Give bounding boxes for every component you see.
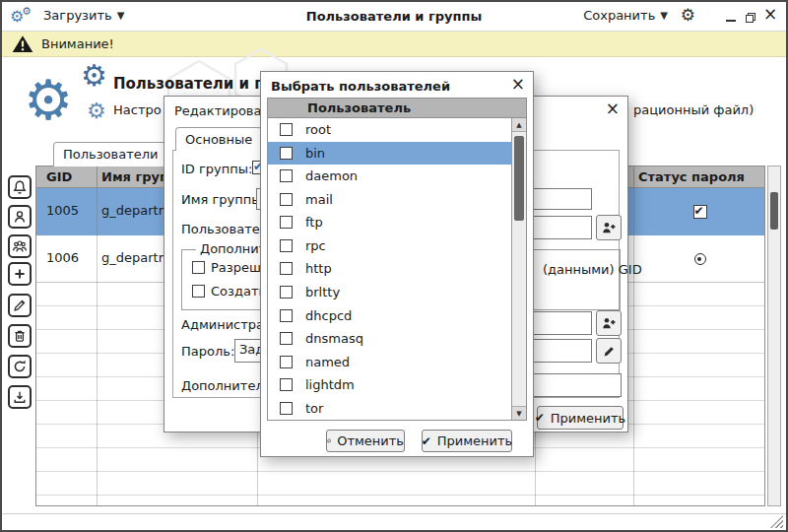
chevron-down-icon: ▼ — [660, 11, 668, 21]
close-button[interactable]: × — [762, 6, 778, 22]
user-checkbox[interactable] — [280, 216, 293, 229]
load-label: Загрузить — [43, 8, 112, 23]
pencil-icon — [12, 298, 28, 313]
user-name: dnsmasq — [305, 331, 363, 346]
app-gears-icon: ⚙ ⚙ — [10, 7, 39, 29]
user-row[interactable]: mail — [268, 188, 511, 212]
tab-basic[interactable]: Основные — [175, 127, 262, 151]
user-name: http — [305, 261, 332, 276]
user-row[interactable]: http — [268, 257, 511, 281]
column-divider — [633, 166, 634, 187]
user-name: lightdm — [305, 377, 355, 392]
refresh-icon — [12, 359, 28, 374]
cell-name: g_departm — [101, 203, 170, 218]
page-title: Пользователи и гру — [113, 75, 283, 93]
user-row[interactable]: ftp — [268, 211, 511, 234]
apply-button[interactable]: ✔ Применить — [537, 406, 624, 430]
user-checkbox[interactable] — [280, 402, 293, 415]
scroll-up-icon[interactable]: ▲ — [512, 118, 526, 132]
user-checkbox[interactable] — [280, 356, 293, 368]
select-users-dialog: Выбрать пользователей × Пользователь roo… — [260, 71, 534, 457]
user-row[interactable]: daemon — [268, 165, 511, 188]
allow-checkbox[interactable] — [192, 261, 205, 274]
user-row[interactable]: named — [268, 350, 511, 373]
settings-gear-icon[interactable]: ⚙ — [681, 7, 695, 24]
user-checkbox[interactable] — [280, 262, 293, 275]
scrollbar-thumb[interactable] — [514, 136, 524, 221]
user-icon — [12, 209, 28, 225]
table-scrollbar[interactable] — [767, 166, 781, 506]
user-checkbox[interactable] — [280, 239, 293, 252]
load-menu-button[interactable]: Загрузить ▼ — [43, 8, 124, 23]
user-row[interactable]: tor — [268, 396, 511, 420]
toolbar-refresh-button[interactable] — [8, 355, 32, 378]
toolbar-save-button[interactable] — [8, 385, 32, 409]
resize-grip[interactable] — [770, 515, 783, 528]
list-scrollbar[interactable]: ▲ ▼ — [511, 118, 526, 420]
scrollbar-thumb[interactable] — [770, 192, 778, 230]
apply-check-icon: ✔ — [535, 412, 545, 424]
add-users-button[interactable] — [596, 215, 622, 240]
user-name: tor — [305, 401, 323, 416]
save-label: Сохранить — [583, 8, 655, 23]
user-checkbox[interactable] — [280, 193, 293, 206]
toolbar-edit-button[interactable] — [8, 294, 32, 317]
user-checkbox[interactable] — [280, 123, 293, 136]
user-row[interactable]: brltty — [268, 281, 511, 304]
user-row[interactable]: rpc — [268, 234, 511, 258]
password-status-radio[interactable] — [694, 253, 706, 265]
create-checkbox[interactable] — [192, 285, 205, 298]
user-checkbox[interactable] — [280, 332, 293, 345]
restore-icon — [745, 12, 756, 24]
plus-icon — [12, 266, 28, 282]
user-checkbox[interactable] — [280, 309, 293, 322]
user-row[interactable]: lightdm — [268, 373, 511, 397]
save-menu-button[interactable]: Сохранить ▼ — [583, 8, 668, 23]
page-subtitle-left: Настро — [113, 102, 162, 117]
users-group-icon — [12, 238, 28, 254]
user-row[interactable]: root — [268, 118, 511, 142]
minimize-button[interactable] — [723, 10, 739, 26]
user-name: ftp — [305, 215, 323, 230]
column-header-user[interactable]: Пользователь — [307, 100, 411, 115]
cancel-label: Отменить — [337, 433, 404, 448]
users-list-header: Пользователь — [268, 99, 526, 118]
user-checkbox[interactable] — [280, 378, 293, 391]
user-name: daemon — [305, 168, 358, 183]
user-row[interactable]: bin — [268, 142, 511, 166]
user-row[interactable]: dnsmasq — [268, 327, 511, 351]
add-admins-button[interactable] — [596, 310, 622, 336]
close-icon[interactable]: × — [606, 100, 620, 117]
dialog-title: Выбрать пользователей — [271, 79, 450, 94]
toolbar-delete-button[interactable] — [8, 324, 32, 348]
user-checkbox[interactable] — [280, 169, 293, 182]
user-checkbox[interactable] — [280, 147, 293, 160]
toolbar-user-button[interactable] — [8, 205, 32, 229]
toolbar-groups-button[interactable] — [8, 234, 32, 258]
column-header-gid[interactable]: GID — [46, 169, 72, 184]
allow-label-tail: (данными) GID — [543, 262, 642, 277]
warning-text: Внимание! — [41, 36, 114, 51]
minimize-icon — [726, 20, 736, 22]
user-checkbox[interactable] — [280, 286, 293, 299]
users-list-table: Пользователь rootbindaemonmailftprpchttp… — [267, 98, 527, 421]
apply-label: Применить — [437, 433, 512, 448]
close-icon[interactable]: × — [511, 76, 525, 93]
apply-button[interactable]: ✔ Применить — [422, 430, 512, 452]
trash-icon — [12, 328, 28, 344]
group-id-label: ID группы: — [181, 162, 252, 176]
maximize-button[interactable] — [743, 10, 758, 26]
edit-password-button[interactable] — [596, 338, 622, 364]
cancel-button[interactable]: Отменить — [326, 430, 405, 452]
cell-gid: 1006 — [46, 250, 79, 265]
toolbar-add-button[interactable] — [8, 262, 32, 286]
save-disk-icon — [12, 389, 28, 405]
toolbar-notifications-button[interactable] — [8, 175, 32, 199]
user-row[interactable]: dhcpcd — [268, 303, 511, 327]
cell-gid: 1005 — [46, 203, 79, 218]
password-status-checkbox[interactable] — [693, 205, 707, 219]
scroll-down-icon[interactable]: ▼ — [512, 406, 526, 420]
tab-users[interactable]: Пользователи — [53, 142, 168, 166]
user-name: brltty — [305, 285, 340, 299]
column-header-password-status[interactable]: Статус пароля — [638, 169, 745, 184]
